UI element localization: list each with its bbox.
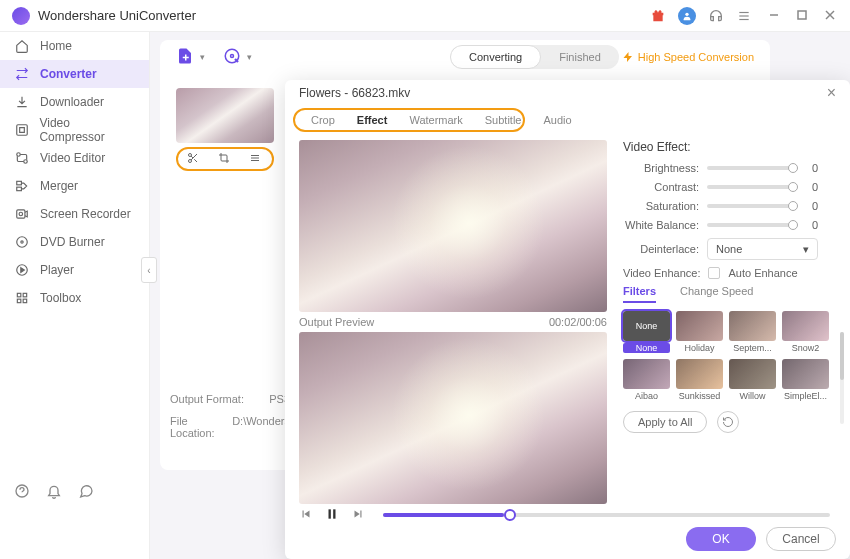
saturation-label: Saturation — [623, 200, 699, 212]
tab-effect[interactable]: Effect — [357, 114, 388, 126]
sidebar-item-player[interactable]: Player — [0, 256, 149, 284]
tab-audio[interactable]: Audio — [543, 114, 571, 126]
window-close-button[interactable] — [824, 9, 838, 23]
svg-point-16 — [21, 241, 23, 243]
help-icon[interactable] — [14, 483, 30, 499]
enhance-label: Video Enhance: — [623, 267, 700, 279]
settings-icon[interactable] — [249, 152, 263, 166]
support-icon[interactable] — [708, 8, 724, 24]
saturation-slider[interactable] — [707, 204, 798, 208]
original-preview — [299, 140, 607, 312]
subtab-filters[interactable]: Filters — [623, 285, 656, 303]
trim-icon[interactable] — [187, 152, 201, 166]
preview-label: Output Preview — [299, 316, 374, 328]
filter-sunkissed[interactable]: Sunkissed — [676, 359, 723, 401]
ok-button[interactable]: OK — [686, 527, 756, 551]
prev-frame-button[interactable] — [299, 507, 315, 523]
sidebar-item-label: DVD Burner — [40, 235, 105, 249]
reset-button[interactable] — [717, 411, 739, 433]
file-location-label: File Location: — [170, 415, 232, 439]
add-dvd-button[interactable] — [223, 47, 243, 67]
filter-willow[interactable]: Willow — [729, 359, 776, 401]
crop-icon[interactable] — [218, 152, 232, 166]
svg-rect-5 — [798, 11, 806, 19]
home-icon — [14, 38, 30, 54]
sidebar-item-recorder[interactable]: Screen Recorder — [0, 200, 149, 228]
brightness-slider[interactable] — [707, 166, 798, 170]
svg-point-25 — [188, 154, 191, 157]
sidebar-item-merger[interactable]: Merger — [0, 172, 149, 200]
sidebar-item-label: Player — [40, 263, 74, 277]
output-preview — [299, 332, 607, 504]
sidebar-item-editor[interactable]: Video Editor — [0, 144, 149, 172]
svg-rect-11 — [17, 181, 22, 185]
filter-aibao[interactable]: Aibao — [623, 359, 670, 401]
pause-button[interactable] — [325, 507, 341, 523]
filters-scrollbar[interactable] — [840, 332, 844, 424]
contrast-value: 0 — [806, 181, 818, 193]
tab-subtitle[interactable]: Subtitle — [485, 114, 522, 126]
white-balance-value: 0 — [806, 219, 818, 231]
download-icon — [14, 94, 30, 110]
auto-enhance-label: Auto Enhance — [728, 267, 797, 279]
deinterlace-select[interactable]: None▾ — [707, 238, 818, 260]
file-location-value[interactable]: D:\Wonders — [232, 415, 290, 439]
add-dvd-dropdown-icon[interactable]: ▾ — [247, 52, 252, 62]
tab-finished[interactable]: Finished — [541, 45, 619, 69]
high-speed-toggle[interactable]: High Speed Conversion — [622, 51, 754, 63]
subtab-change-speed[interactable]: Change Speed — [680, 285, 753, 303]
white-balance-label: White Balance — [623, 219, 699, 231]
saturation-value: 0 — [806, 200, 818, 212]
sidebar-collapse-button[interactable]: ‹ — [141, 257, 157, 283]
timecode: 00:02/00:06 — [549, 316, 607, 328]
filter-september[interactable]: Septem... — [729, 311, 776, 353]
video-effect-title: Video Effect: — [623, 140, 818, 154]
user-icon[interactable] — [678, 7, 696, 25]
cancel-button[interactable]: Cancel — [766, 527, 836, 551]
apply-to-all-button[interactable]: Apply to All — [623, 411, 707, 433]
sidebar-item-home[interactable]: Home — [0, 32, 149, 60]
tab-converting[interactable]: Converting — [450, 45, 541, 69]
filters-grid: NoneNone Holiday Septem... Snow2 Aibao S… — [623, 311, 818, 401]
filter-holiday[interactable]: Holiday — [676, 311, 723, 353]
auto-enhance-checkbox[interactable] — [708, 267, 720, 279]
brightness-value: 0 — [806, 162, 818, 174]
add-file-dropdown-icon[interactable]: ▾ — [200, 52, 205, 62]
progress-handle[interactable] — [504, 509, 516, 521]
menu-icon[interactable] — [736, 8, 752, 24]
video-thumbnail-card[interactable] — [176, 88, 274, 171]
tab-crop[interactable]: Crop — [311, 114, 335, 126]
dvd-icon — [14, 234, 30, 250]
modal-filename: Flowers - 66823.mkv — [299, 86, 410, 100]
converter-icon — [14, 66, 30, 82]
chat-icon[interactable] — [78, 483, 94, 499]
maximize-button[interactable] — [796, 9, 810, 23]
sidebar-item-downloader[interactable]: Downloader — [0, 88, 149, 116]
modal-close-button[interactable]: × — [827, 84, 836, 102]
editor-tabs: Crop Effect Watermark Subtitle Audio — [293, 108, 525, 132]
filter-snow2[interactable]: Snow2 — [782, 311, 829, 353]
minimize-button[interactable] — [768, 9, 782, 23]
add-file-button[interactable] — [176, 47, 196, 67]
gift-icon[interactable] — [650, 8, 666, 24]
sidebar-item-dvd[interactable]: DVD Burner — [0, 228, 149, 256]
sidebar-item-compressor[interactable]: Video Compressor — [0, 116, 149, 144]
titlebar: Wondershare UniConverter — [0, 0, 850, 32]
bell-icon[interactable] — [46, 483, 62, 499]
compress-icon — [14, 122, 29, 138]
tab-watermark[interactable]: Watermark — [409, 114, 462, 126]
filter-none[interactable]: NoneNone — [623, 311, 670, 353]
contrast-slider[interactable] — [707, 185, 798, 189]
app-logo — [12, 7, 30, 25]
merger-icon — [14, 178, 30, 194]
sidebar-item-converter[interactable]: Converter — [0, 60, 149, 88]
sidebar-item-toolbox[interactable]: Toolbox — [0, 284, 149, 312]
svg-rect-21 — [23, 299, 27, 303]
progress-bar[interactable] — [383, 513, 830, 517]
chevron-down-icon: ▾ — [803, 243, 809, 256]
white-balance-slider[interactable] — [707, 223, 798, 227]
filter-simpleel[interactable]: SimpleEl... — [782, 359, 829, 401]
next-frame-button[interactable] — [351, 507, 367, 523]
editor-modal: Flowers - 66823.mkv × Crop Effect Waterm… — [285, 80, 850, 559]
svg-rect-31 — [333, 509, 335, 518]
